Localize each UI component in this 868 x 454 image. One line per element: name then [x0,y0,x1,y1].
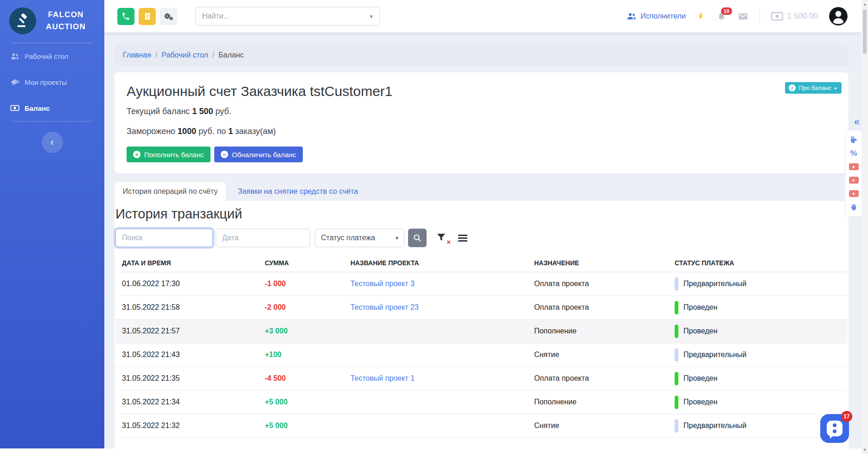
youtube-icon [849,163,859,170]
cell-amount: -2 000 [258,296,344,320]
executors-link[interactable]: Исполнители [626,11,686,21]
percent-button[interactable]: % [845,147,862,160]
plus-circle-icon: + [133,151,140,158]
document-button[interactable] [139,8,156,25]
percent-icon: % [850,149,857,158]
chevron-down-icon: ▾ [396,235,398,241]
raised-hand-icon [849,203,858,211]
breadcrumb-home-link[interactable]: Главная [123,51,151,59]
tab-withdrawal-requests[interactable]: Заявки на снятие средств со счёта [226,182,370,201]
payment-status-select[interactable]: Статус платежа ▾ [315,229,404,247]
hand-button[interactable] [845,200,862,214]
quick-actions-button[interactable] [697,11,705,21]
status-indicator [675,396,678,409]
pointer-hand-button[interactable] [845,133,862,147]
table-row: 31.05.2022 21:57+3 000ПополнениеПроведен [115,320,848,343]
col-project: НАЗВАНИЕ ПРОЕКТА [344,254,528,272]
sidebar-item-balance[interactable]: Баланс [0,95,104,121]
about-balance-badge[interactable]: i Про баланс ▸ [785,82,842,94]
gavel-logo-icon [9,7,36,34]
frozen-line: Заморожено 1000 руб. по 1 заказу(ам) [127,127,836,136]
breadcrumb-separator: / [155,51,157,59]
cell-status: Предварительный [668,272,848,296]
pointing-hand-icon [849,136,858,144]
cell-datetime: 31.05.2022 21:35 [115,367,258,390]
navbar-balance[interactable]: 1 500.00 [771,12,818,21]
sidebar-item-label: Мои проекты [25,78,67,86]
status-indicator [675,348,678,362]
project-link[interactable]: Тестовый проект 23 [351,303,419,311]
transactions-heading: История транзакций [115,201,848,222]
megaphone-icon [10,77,19,87]
right-toolbar-collapse-button[interactable]: « [854,116,860,128]
breadcrumb-desktop-link[interactable]: Рабочий стол [161,51,208,59]
project-link[interactable]: Тестовый проект 1 [351,374,415,382]
about-balance-label: Про баланс [799,84,831,91]
sidebar-item-projects[interactable]: Мои проекты [0,69,104,95]
youtube-icon [849,190,859,197]
lightning-icon [697,11,705,21]
frozen-value: 1000 [178,127,196,136]
cell-amount: +100 [258,343,344,367]
cell-project [344,390,528,414]
video-link-2[interactable] [845,173,862,187]
people-icon [626,11,637,21]
cell-amount: +5 000 [258,414,344,438]
cell-datetime: 31.05.2022 21:43 [115,343,258,367]
chevron-down-icon: ▾ [370,13,373,20]
brand[interactable]: FALCON AUCTION [0,0,104,43]
cell-project: Тестовый проект 1 [344,367,528,390]
table-menu-button[interactable] [458,233,467,243]
project-link[interactable]: Тестовый проект 3 [351,280,415,288]
sidebar-collapse-button[interactable]: ‹ [42,132,63,153]
status-label: Предварительный [683,351,747,359]
table-row: 31.05.2022 21:58-2 000Тестовый проект 23… [115,296,848,320]
gears-icon [164,12,173,21]
video-link-1[interactable] [845,160,862,173]
notifications-button[interactable]: 10 [716,11,727,21]
scrollbar-down-arrow[interactable]: ▼ [862,447,868,453]
cell-purpose: Пополнение [528,390,668,414]
clear-filter-button[interactable]: × [436,232,448,244]
scrollbar-up-arrow[interactable]: ▲ [862,1,868,7]
cell-datetime: 01.06.2022 17:30 [115,272,258,296]
search-input[interactable] [115,229,213,247]
cell-amount: -4 500 [258,367,344,390]
cell-project [344,343,528,367]
col-datetime: ДАТА И ВРЕМЯ [115,254,258,272]
messages-button[interactable] [738,11,748,22]
notifications-badge: 10 [721,7,732,15]
person-icon [829,7,848,26]
app-root: FALCON AUCTION Рабочий стол Мои [0,0,868,454]
filters-row: Статус платежа ▾ × [115,229,848,247]
phone-button[interactable] [117,8,134,25]
date-input[interactable] [216,229,310,247]
page-scrollbar[interactable]: ▲ ▼ [862,0,868,454]
navbar-balance-value: 1 500.00 [787,12,818,21]
status-indicator [675,419,678,433]
chat-widget-button[interactable]: 17 [820,414,849,443]
withdraw-balance-button[interactable]: − Обналичить баланс [214,147,303,162]
topup-balance-button[interactable]: + Пополнить баланс [127,147,211,162]
scrollbar-thumb[interactable] [863,9,867,54]
cell-purpose: Оплата проекта [528,367,668,390]
cell-status: Проведен [668,320,848,343]
cell-project [344,414,528,438]
sidebar-item-desktop[interactable]: Рабочий стол [0,43,104,69]
cell-purpose: Оплата проекта [528,296,668,320]
frozen-orders-count: 1 [228,127,233,136]
apply-search-button[interactable] [408,229,427,247]
video-link-3[interactable] [845,187,862,200]
table-row: 31.05.2022 21:35-4 500Тестовый проект 1О… [115,367,848,390]
settings-button[interactable] [160,8,177,25]
topup-balance-label: Пополнить баланс [144,151,204,159]
transactions-tbody: 01.06.2022 17:30-1 000Тестовый проект 3О… [115,272,848,438]
cell-amount: +5 000 [258,390,344,414]
cell-project: Тестовый проект 23 [344,296,528,320]
phone-icon [121,12,130,21]
col-purpose: НАЗНАЧЕНИЕ [528,254,668,272]
tab-operations-history[interactable]: История операций по счёту [115,182,226,201]
user-avatar[interactable] [829,7,848,26]
global-search-select[interactable]: Найти... ▾ [195,7,380,26]
cell-status: Проведен [668,390,848,414]
